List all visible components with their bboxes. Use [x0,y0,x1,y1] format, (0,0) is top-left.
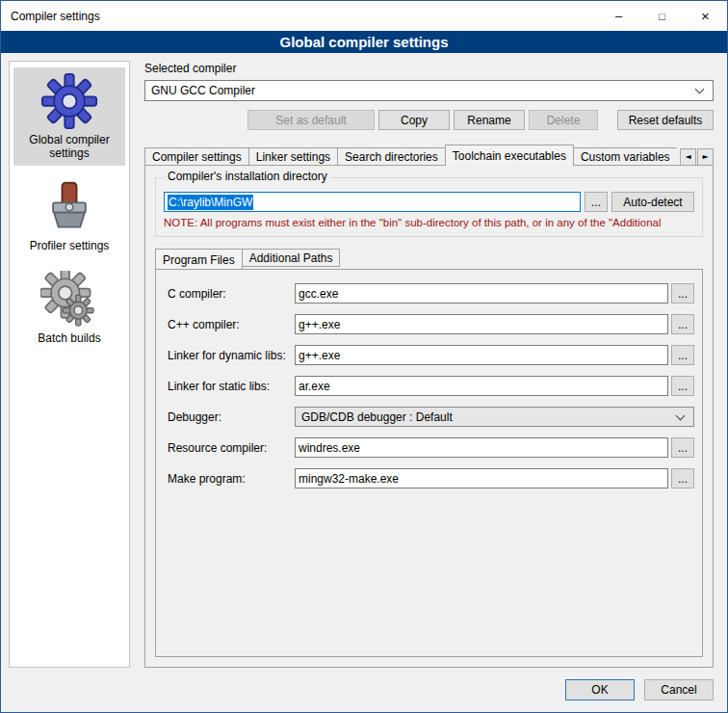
installation-directory-group-title: Compiler's installation directory [164,170,331,183]
sidebar-item-global-compiler-settings[interactable]: Global compiler settings [13,67,125,166]
tab-scroll-left-button[interactable]: ◄ [680,148,696,166]
debugger-label: Debugger: [168,410,295,424]
make-program-input[interactable]: mingw32-make.exe [295,468,668,489]
dialog-header-title: Global compiler settings [279,34,448,50]
main-tab-strip: Compiler settings Linker settings Search… [144,145,677,166]
delete-button[interactable]: Delete [529,110,598,130]
dialog-header: Global compiler settings [1,31,727,53]
resource-compiler-value: windres.exe [299,441,360,455]
tab-scroll-controls: ◄ ► [677,145,714,166]
cancel-button[interactable]: Cancel [644,679,714,700]
sub-tab-bar: Program Files Additional Paths [155,249,703,270]
close-icon: × [701,8,710,24]
sidebar-item-label: Profiler settings [30,239,110,252]
tab-scroll-right-button[interactable]: ► [697,148,714,166]
selected-compiler-value: GNU GCC Compiler [145,84,696,97]
maximize-icon: □ [659,11,665,22]
selected-compiler-dropdown[interactable]: GNU GCC Compiler [144,80,714,101]
linker-static-browse-button[interactable]: ... [671,376,694,396]
tab-additional-paths[interactable]: Additional Paths [242,249,341,267]
cpp-compiler-input[interactable]: g++.exe [295,314,668,334]
batch-builds-icon [40,271,98,329]
cpp-compiler-row: C++ compiler: g++.exe ... [168,314,694,334]
tab-compiler-settings[interactable]: Compiler settings [144,147,249,166]
chevron-down-icon [676,410,686,420]
tab-program-files[interactable]: Program Files [155,249,243,270]
cpp-compiler-browse-button[interactable]: ... [671,314,694,334]
make-program-value: mingw32-make.exe [299,472,399,486]
compiler-buttons-row: Set as default Copy Rename Delete Reset … [144,110,714,130]
cpp-compiler-value: g++.exe [299,318,340,331]
installation-directory-group: Compiler's installation directory C:\ray… [155,177,703,237]
c-compiler-value: gcc.exe [299,287,338,301]
sidebar: Global compiler settings Profiler settin… [9,61,130,668]
note-text: NOTE: All programs must exist either in … [164,217,694,228]
dialog-content: Global compiler settings Profiler settin… [1,53,727,668]
debugger-value: GDB/CDB debugger : Default [296,410,677,424]
tab-toolchain-executables[interactable]: Toolchain executables [445,145,574,166]
debugger-row: Debugger: GDB/CDB debugger : Default [168,407,694,427]
main-area: Selected compiler GNU GCC Compiler Set a… [141,61,714,668]
resource-compiler-label: Resource compiler: [168,441,295,455]
make-program-label: Make program: [168,472,295,486]
installation-directory-input[interactable]: C:\raylib\MinGW [164,192,581,212]
make-program-browse-button[interactable]: ... [671,468,694,489]
program-files-panel: C compiler: gcc.exe ... C++ compiler: g+… [155,269,703,657]
sidebar-item-profiler-settings[interactable]: Profiler settings [13,173,125,258]
ok-button[interactable]: OK [565,679,635,700]
c-compiler-row: C compiler: gcc.exe ... [168,283,694,304]
gear-icon [40,72,98,130]
debugger-dropdown[interactable]: GDB/CDB debugger : Default [295,407,694,427]
linker-dynamic-row: Linker for dynamic libs: g++.exe ... [168,345,694,365]
resource-compiler-input[interactable]: windres.exe [295,437,668,458]
tab-search-directories[interactable]: Search directories [337,147,446,166]
rename-button[interactable]: Rename [454,110,525,130]
resource-compiler-row: Resource compiler: windres.exe ... [168,437,694,458]
linker-dynamic-label: Linker for dynamic libs: [168,349,295,362]
minimize-button[interactable]: – [597,1,640,31]
cpp-compiler-label: C++ compiler: [168,318,295,331]
c-compiler-browse-button[interactable]: ... [671,283,694,304]
maximize-button[interactable]: □ [640,1,684,31]
compiler-settings-window: Compiler settings – □ × Global compiler … [0,0,728,713]
main-tab-bar: Compiler settings Linker settings Search… [144,145,714,166]
linker-static-label: Linker for static libs: [168,380,295,393]
titlebar: Compiler settings – □ × [1,1,727,31]
installation-directory-row: C:\raylib\MinGW ... Auto-detect [164,192,694,212]
c-compiler-label: C compiler: [168,287,295,301]
reset-defaults-button[interactable]: Reset defaults [617,110,714,130]
linker-static-value: ar.exe [299,380,330,393]
window-title: Compiler settings [1,10,100,23]
profiler-icon [40,178,98,236]
arrow-right-icon: ► [702,152,708,161]
selected-compiler-label: Selected compiler [144,62,714,75]
linker-dynamic-input[interactable]: g++.exe [295,345,668,365]
sidebar-item-label: Global compiler settings [15,133,123,160]
linker-dynamic-value: g++.exe [299,349,340,362]
make-program-row: Make program: mingw32-make.exe ... [168,468,694,489]
copy-button[interactable]: Copy [378,110,450,130]
auto-detect-button[interactable]: Auto-detect [611,192,694,212]
sidebar-item-batch-builds[interactable]: Batch builds [13,266,125,351]
sidebar-item-label: Batch builds [38,331,100,345]
arrow-left-icon: ◄ [685,152,690,161]
close-button[interactable]: × [684,1,727,31]
window-controls: – □ × [597,1,727,31]
installation-directory-value: C:\raylib\MinGW [168,195,253,210]
linker-static-row: Linker for static libs: ar.exe ... [168,376,694,396]
installation-directory-browse-button[interactable]: ... [585,192,608,212]
dialog-footer: OK Cancel [1,668,727,712]
toolchain-executables-panel: Compiler's installation directory C:\ray… [144,165,714,668]
minimize-icon: – [615,9,622,23]
linker-static-input[interactable]: ar.exe [295,376,668,396]
tab-custom-variables[interactable]: Custom variables [573,147,677,166]
c-compiler-input[interactable]: gcc.exe [295,283,668,304]
linker-dynamic-browse-button[interactable]: ... [671,345,694,365]
chevron-down-icon [695,85,705,94]
set-as-default-button[interactable]: Set as default [247,110,375,130]
resource-compiler-browse-button[interactable]: ... [671,437,694,458]
tab-linker-settings[interactable]: Linker settings [248,147,338,166]
